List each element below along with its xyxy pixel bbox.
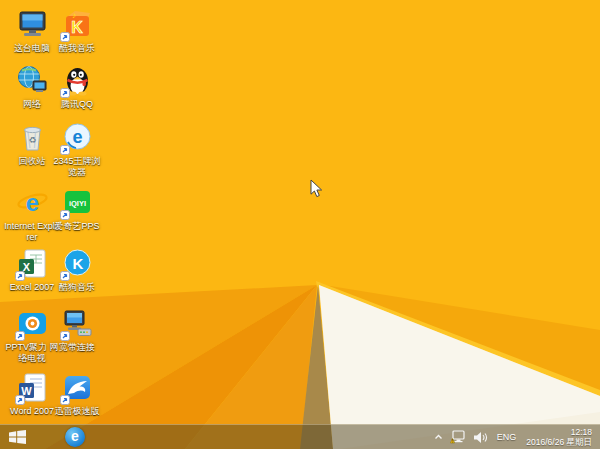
shortcut-arrow-icon	[60, 271, 70, 281]
word-2007-icon: W	[16, 371, 49, 404]
network-status-button[interactable]: !	[447, 425, 470, 449]
shortcut-arrow-icon	[60, 145, 70, 155]
taskbar-pinned-browser[interactable]: e	[58, 425, 92, 449]
shortcut-arrow-icon	[15, 331, 25, 341]
this-pc-icon	[16, 8, 49, 41]
2345-browser-icon: e	[61, 121, 94, 154]
taskbar: e !	[0, 424, 600, 449]
excel-2007-icon: X	[16, 247, 49, 280]
kuwo-music-icon: ♪ K	[61, 8, 94, 41]
shortcut-arrow-icon	[60, 88, 70, 98]
iqiyi-pps-icon: iQIYI	[61, 186, 94, 219]
thunder-icon	[61, 371, 94, 404]
broadband-icon	[61, 307, 94, 340]
shortcut-arrow-icon	[15, 395, 25, 405]
desktop-icon-thunder[interactable]: 迅雷极速版	[47, 371, 107, 417]
svg-text:♻: ♻	[28, 135, 36, 145]
desktop: 这台电脑 ♪ K 酷我音乐	[0, 0, 600, 449]
windows-logo-icon	[9, 430, 26, 444]
chevron-up-icon	[433, 432, 444, 442]
svg-text:iQIYI: iQIYI	[68, 199, 85, 208]
svg-text:K: K	[72, 255, 83, 272]
icon-label: 宽带连接	[49, 342, 105, 353]
language-indicator[interactable]: ENG	[491, 425, 523, 449]
tencent-qq-icon	[61, 64, 94, 97]
volume-button[interactable]	[470, 425, 491, 449]
network-icon	[16, 64, 49, 97]
svg-text:K: K	[71, 19, 83, 36]
shortcut-arrow-icon	[60, 395, 70, 405]
speaker-icon	[473, 431, 488, 444]
desktop-icon-2345-browser[interactable]: e 2345王牌浏览器	[47, 121, 107, 178]
tray-date: 2016/6/26 星期日	[526, 437, 592, 447]
shortcut-arrow-icon	[60, 210, 70, 220]
shortcut-arrow-icon	[60, 331, 70, 341]
icon-label: 爱奇艺PPS	[49, 221, 105, 232]
tray-time: 12:18	[526, 427, 592, 437]
browser-e-icon: e	[65, 427, 85, 447]
network-warning-icon: !	[450, 430, 467, 444]
internet-explorer-icon: e	[16, 186, 49, 219]
desktop-icon-tencent-qq[interactable]: 腾讯QQ	[47, 64, 107, 110]
desktop-icon-iqiyi-pps[interactable]: iQIYI 爱奇艺PPS	[47, 186, 107, 232]
shortcut-arrow-icon	[15, 271, 25, 281]
svg-text:e: e	[72, 127, 82, 147]
system-tray: ! ENG 12:18 2016/6/26 星期日	[430, 425, 600, 449]
mouse-cursor	[310, 179, 323, 202]
pptv-icon	[16, 307, 49, 340]
icon-label: 酷我音乐	[49, 43, 105, 54]
kugou-music-icon: K	[61, 247, 94, 280]
shortcut-arrow-icon	[60, 32, 70, 42]
desktop-icon-kugou-music[interactable]: K 酷狗音乐	[47, 247, 107, 293]
svg-text:e: e	[25, 189, 38, 216]
recycle-bin-icon: ♻	[16, 121, 49, 154]
icon-label: 腾讯QQ	[49, 99, 105, 110]
icon-label: 酷狗音乐	[49, 282, 105, 293]
icon-label: 迅雷极速版	[49, 406, 105, 417]
tray-clock[interactable]: 12:18 2016/6/26 星期日	[522, 427, 600, 447]
language-label: ENG	[497, 432, 517, 442]
start-button[interactable]	[0, 425, 34, 449]
icon-label: 2345王牌浏览器	[49, 156, 105, 178]
show-hidden-icons-button[interactable]	[430, 425, 447, 449]
desktop-icon-broadband[interactable]: 宽带连接	[47, 307, 107, 353]
desktop-icon-kuwo-music[interactable]: ♪ K 酷我音乐	[47, 8, 107, 54]
